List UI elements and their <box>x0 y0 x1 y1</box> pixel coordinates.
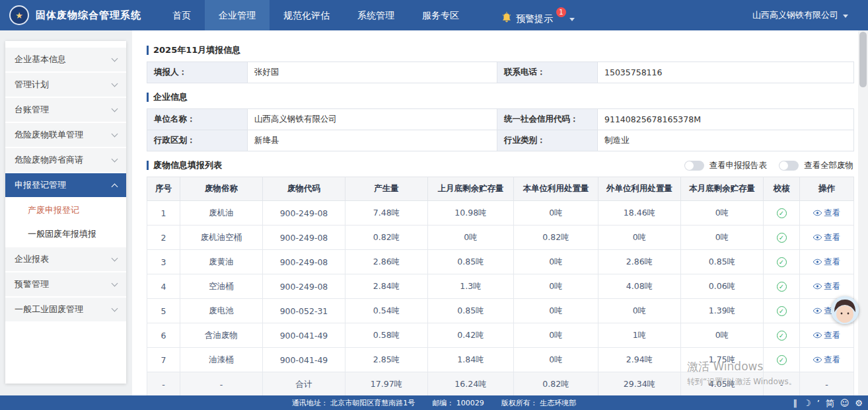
divider-icon[interactable]: ‖ <box>793 399 797 407</box>
table-cell: 0吨 <box>514 250 598 274</box>
table-cell: 16.24吨 <box>428 372 514 397</box>
sidebar-item[interactable]: 管理计划 <box>5 73 126 97</box>
table-cell: 7.48吨 <box>345 201 428 226</box>
field-label: 行政区划： <box>147 130 248 151</box>
nav-item[interactable]: 规范化评估 <box>270 0 344 30</box>
sidebar-item[interactable]: 台账管理 <box>5 98 126 122</box>
table-cell: 0吨 <box>514 201 598 226</box>
check-circle-icon: ✓ <box>777 282 787 292</box>
sidebar-subitem[interactable]: 一般固废年报填报 <box>5 222 126 246</box>
view-link[interactable]: 查看 <box>813 208 840 219</box>
toggle-view-declaration-report[interactable] <box>684 161 704 171</box>
sidebar-item-label: 企业基本信息 <box>15 54 66 65</box>
table-cell: 0吨 <box>598 226 681 250</box>
table-row: 2废机油空桶900-249-080.82吨0吨0.82吨0吨0吨✓查看 <box>147 226 854 250</box>
column-header: 废物俗称 <box>180 177 263 201</box>
sidebar-item[interactable]: 企业报表 <box>5 247 126 271</box>
sidebar-item[interactable]: 预警管理 <box>5 272 126 296</box>
eye-icon <box>813 234 822 241</box>
info-row: 行政区划：新绛县行业类别：制造业 <box>147 130 854 151</box>
eye-icon <box>813 308 822 314</box>
smiley-icon[interactable]: ☺ <box>840 399 850 407</box>
table-cell: 18.46吨 <box>598 201 681 226</box>
gear-icon[interactable]: ⚙ <box>855 399 863 407</box>
footer-segments: 通讯地址： 北京市朝阳区育慧南路1号邮编： 100029版权所有： 生态环境部 <box>292 398 577 408</box>
table-cell: 0.82吨 <box>345 226 428 250</box>
table-cell: 空油桶 <box>180 274 263 299</box>
table-cell: 1吨 <box>598 323 681 348</box>
view-link[interactable]: 查看 <box>813 330 840 341</box>
nav-item[interactable]: 企业管理 <box>205 0 270 30</box>
check-circle-icon: ✓ <box>777 306 787 316</box>
nav-item[interactable]: 首页 <box>159 0 205 30</box>
table-row: 4空油桶900-249-082.84吨1.3吨0吨4.08吨0.06吨✓查看 <box>147 274 854 299</box>
check-cell: ✓ <box>764 201 800 226</box>
table-cell: 0吨 <box>514 274 598 299</box>
moon-icon[interactable]: ☽ <box>803 399 811 407</box>
view-link[interactable]: 查看 <box>813 281 840 292</box>
toggle-group: 查看申报报告表 查看全部废物 <box>684 160 854 171</box>
table-row: --合计17.97吨16.24吨0.82吨29.34吨4.05吨-- <box>147 372 854 397</box>
sidebar-item[interactable]: 企业基本信息 <box>5 48 126 71</box>
ime-lang-cn-icon[interactable]: 简 <box>826 399 834 407</box>
table-cell: 0.82吨 <box>514 372 598 397</box>
table-cell: 900-249-08 <box>263 201 345 226</box>
table-cell: 900-052-31 <box>263 299 345 323</box>
column-header: 序号 <box>147 177 180 201</box>
table-cell: 0吨 <box>681 226 764 250</box>
field-label: 联系电话： <box>497 62 598 83</box>
check-cell: ✓ <box>764 250 800 274</box>
table-cell: 0.85吨 <box>428 250 514 274</box>
sidebar-item[interactable]: 申报登记管理 <box>5 173 126 197</box>
view-link[interactable]: 查看 <box>813 232 840 243</box>
scrollbar-thumb[interactable] <box>859 32 867 87</box>
check-circle-icon: ✓ <box>777 355 787 365</box>
alert-menu[interactable]: 预警提示 1 <box>501 3 575 27</box>
toggle-view-all-waste[interactable] <box>779 161 799 171</box>
sidebar-item[interactable]: 一般工业固废管理 <box>5 298 126 321</box>
action-cell: 查看 <box>800 201 854 226</box>
waste-table: 序号废物俗称废物代码产生量上月底剩余贮存量本单位利用处置量外单位利用处置量本月底… <box>147 177 854 397</box>
view-link-label: 查看 <box>824 208 840 219</box>
chevron-down-icon <box>569 18 575 21</box>
report-info-body: 填报人：张好国联系电话：15035758116 <box>147 62 854 83</box>
nav-item[interactable]: 服务专区 <box>408 0 473 30</box>
action-cell: 查看 <box>800 348 854 372</box>
vertical-scrollbar[interactable] <box>858 30 868 395</box>
waste-section-title: 废物信息填报列表 <box>147 159 222 171</box>
apostrophe-icon[interactable]: ’ <box>817 399 820 407</box>
table-cell: - <box>147 372 180 397</box>
nav-item[interactable]: 系统管理 <box>344 0 408 30</box>
table-cell: 900-249-08 <box>263 274 345 299</box>
sidebar-item[interactable]: 危险废物联单管理 <box>5 123 126 147</box>
action-cell: 查看 <box>800 226 854 250</box>
column-header: 操作 <box>800 177 854 201</box>
field-label: 行业类别： <box>497 130 598 151</box>
waste-section-title-text: 废物信息填报列表 <box>153 159 222 171</box>
company-section-title-text: 企业信息 <box>153 91 188 103</box>
sidebar-subitem[interactable]: 产废申报登记 <box>5 198 126 222</box>
company-selector[interactable]: 山西高义钢铁有限公司 <box>752 9 848 21</box>
chevron-down-icon <box>112 56 118 62</box>
sidebar-item[interactable]: 危险废物跨省商请 <box>5 148 126 172</box>
waste-table-body: 1废机油900-249-087.48吨10.98吨0吨18.46吨0吨✓查看2废… <box>147 201 854 397</box>
field-value: 新绛县 <box>248 130 497 151</box>
check-circle-icon: ✓ <box>777 208 787 218</box>
column-header: 本月底剩余贮存量 <box>681 177 764 201</box>
assistant-avatar[interactable] <box>831 296 859 324</box>
sidebar-item-label: 企业报表 <box>15 253 49 265</box>
table-cell: 1.39吨 <box>681 299 764 323</box>
sidebar-item-label: 管理计划 <box>15 79 49 91</box>
table-cell: 900-249-08 <box>263 226 345 250</box>
alert-badge: 1 <box>556 7 566 17</box>
view-link[interactable]: 查看 <box>813 354 840 366</box>
view-link[interactable]: 查看 <box>813 257 840 268</box>
table-cell: 0.85吨 <box>428 299 514 323</box>
table-row: 1废机油900-249-087.48吨10.98吨0吨18.46吨0吨✓查看 <box>147 201 854 226</box>
column-header: 校核 <box>764 177 800 201</box>
table-cell: 4 <box>147 274 180 299</box>
table-cell: 2.86吨 <box>345 250 428 274</box>
field-value: 91140825678165378M <box>598 109 854 130</box>
footer-segment: 版权所有： 生态环境部 <box>501 398 577 408</box>
top-nav: 首页企业管理规范化评估系统管理服务专区 <box>159 0 473 30</box>
